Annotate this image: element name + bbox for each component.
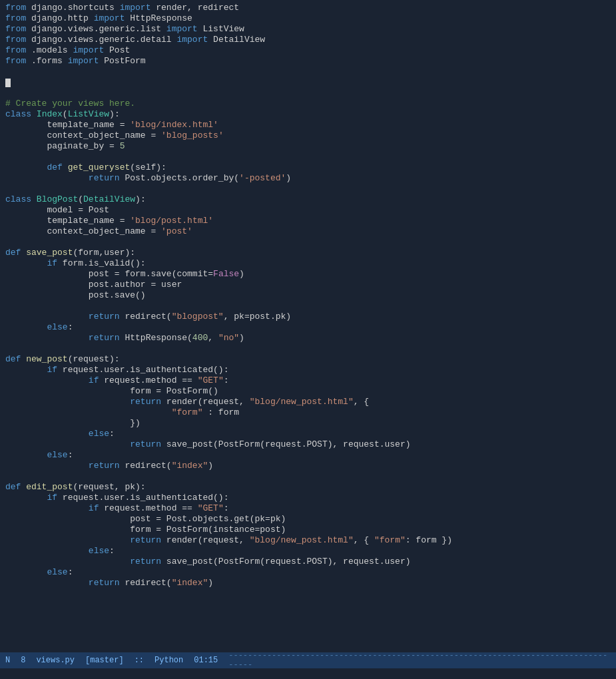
vim-mode: N (5, 656, 10, 665)
code-line: post.save() (0, 290, 616, 301)
code-line: from django.http import HttpResponse (0, 13, 616, 24)
code-line: from django.views.generic.list import Li… (0, 24, 616, 35)
filename: views.py (36, 656, 75, 665)
code-line (0, 152, 616, 162)
code-line: class Index(ListView): (0, 109, 616, 120)
code-line: return render(request, "blog/new_post.ht… (0, 397, 616, 407)
code-line (0, 77, 616, 88)
status-bar: N 8 views.py [master] :: Python 01:15 --… (0, 652, 616, 668)
code-line: else: (0, 546, 616, 557)
code-line: def new_post(request): (0, 354, 616, 365)
code-line: else: (0, 450, 616, 461)
code-line: context_object_name = 'blog_posts' (0, 130, 616, 141)
code-line (0, 343, 616, 354)
code-line: paginate_by = 5 (0, 141, 616, 152)
code-line (0, 184, 616, 194)
code-editor: from django.shortcuts import render, red… (0, 0, 616, 652)
code-line (0, 88, 616, 99)
code-line: post = form.save(commit=False) (0, 269, 616, 280)
code-line (0, 67, 616, 77)
code-line: from django.views.generic.detail import … (0, 35, 616, 45)
code-line: # Create your views here. (0, 99, 616, 109)
code-line: "form" : form (0, 407, 616, 418)
code-line: def get_queryset(self): (0, 162, 616, 173)
code-line: if form.is_valid(): (0, 258, 616, 269)
code-line (0, 301, 616, 312)
separator: :: (135, 656, 144, 665)
filetype: Python (154, 656, 183, 665)
code-line (0, 471, 616, 482)
code-line: template_name = 'blog/index.html' (0, 120, 616, 130)
code-line: return HttpResponse(400, "no") (0, 333, 616, 343)
code-line: return Post.objects.order_by('-posted') (0, 173, 616, 184)
code-line: class BlogPost(DetailView): (0, 194, 616, 205)
code-line: post = Post.objects.get(pk=pk) (0, 514, 616, 525)
bottom-bar (0, 668, 616, 679)
code-line: return redirect("index") (0, 461, 616, 471)
code-line: else: (0, 322, 616, 333)
code-line: from django.shortcuts import render, red… (0, 3, 616, 13)
code-line: form = PostForm() (0, 386, 616, 397)
code-line: if request.method == "GET": (0, 503, 616, 514)
code-line: post.author = user (0, 280, 616, 290)
code-line: else: (0, 429, 616, 439)
code-line: if request.user.is_authenticated(): (0, 365, 616, 375)
code-line: from .models import Post (0, 45, 616, 56)
code-line: form = PostForm(instance=post) (0, 525, 616, 535)
code-line: if request.method == "GET": (0, 375, 616, 386)
code-line: return render(request, "blog/new_post.ht… (0, 535, 616, 546)
code-line: context_object_name = 'post' (0, 226, 616, 237)
code-line: if request.user.is_authenticated(): (0, 493, 616, 503)
code-line: from .forms import PostForm (0, 56, 616, 67)
code-line: template_name = 'blog/post.html' (0, 216, 616, 226)
code-line: }) (0, 418, 616, 429)
code-line (0, 237, 616, 248)
code-line (0, 610, 616, 620)
status-dashes: ----------------------------------------… (228, 651, 611, 670)
code-line: return save_post(PostForm(request.POST),… (0, 557, 616, 567)
cursor (5, 79, 11, 87)
code-line (0, 631, 616, 642)
git-branch: [master] (85, 656, 124, 665)
code-line (0, 620, 616, 631)
code-line: return save_post(PostForm(request.POST),… (0, 439, 616, 450)
code-line: return redirect("index") (0, 578, 616, 588)
code-line (0, 599, 616, 610)
code-line: model = Post (0, 205, 616, 216)
code-line: def save_post(form,user): (0, 248, 616, 258)
code-line: return redirect("blogpost", pk=post.pk) (0, 312, 616, 322)
line-number: 8 (21, 656, 25, 665)
code-line: else: (0, 567, 616, 578)
code-line (0, 588, 616, 599)
cursor-position: 01:15 (194, 656, 218, 665)
code-line: def edit_post(request, pk): (0, 482, 616, 493)
